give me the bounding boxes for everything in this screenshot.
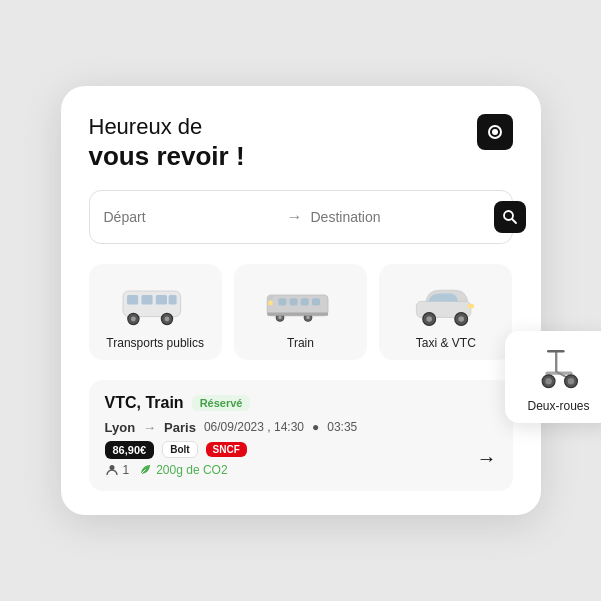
svg-rect-13: [290, 298, 298, 305]
svg-point-20: [307, 316, 310, 319]
deux-roues-label: Deux-roues: [527, 399, 589, 413]
greeting-bold: vous revoir !: [89, 141, 245, 172]
search-icon: [502, 209, 518, 225]
passenger-count: 1: [123, 463, 130, 477]
train-label: Train: [287, 336, 314, 350]
booking-route: Lyon → Paris 06/09/2023 , 14:30 ● 03:35: [105, 420, 497, 435]
search-bar[interactable]: →: [89, 190, 513, 244]
record-button[interactable]: [477, 114, 513, 150]
transport-card-bus[interactable]: Transports publics: [89, 264, 222, 360]
leaf-icon: [139, 463, 152, 476]
svg-rect-5: [156, 295, 167, 305]
greeting-light: Heureux de: [89, 114, 245, 140]
greeting: Heureux de vous revoir !: [89, 114, 245, 172]
booking-header: VTC, Train Réservé: [105, 394, 497, 412]
transport-card-taxi[interactable]: Taxi & VTC: [379, 264, 512, 360]
search-direction-arrow: →: [287, 208, 303, 226]
booking-to: Paris: [164, 420, 196, 435]
svg-rect-12: [279, 298, 287, 305]
booking-route-arrow: →: [143, 420, 156, 435]
booking-footer: 86,90€ Bolt SNCF 1: [105, 441, 497, 477]
svg-rect-6: [169, 295, 177, 305]
svg-rect-29: [555, 350, 557, 372]
bolt-badge: Bolt: [162, 441, 197, 458]
svg-rect-30: [547, 350, 565, 352]
svg-rect-21: [268, 312, 329, 315]
person-icon: [105, 463, 119, 477]
transport-grid: Transports publics: [89, 264, 513, 360]
bus-image: [119, 278, 191, 328]
booking-meta: 86,90€ Bolt SNCF: [105, 441, 247, 459]
booking-clock-icon: ●: [312, 420, 319, 434]
train-image: [264, 278, 336, 328]
booking-chevron[interactable]: →: [477, 447, 497, 470]
app-wrapper: Heureux de vous revoir ! →: [61, 86, 541, 515]
svg-rect-4: [142, 295, 153, 305]
transport-card-train[interactable]: Train: [234, 264, 367, 360]
svg-point-34: [545, 378, 551, 384]
booking-card[interactable]: VTC, Train Réservé Lyon → Paris 06/09/20…: [89, 380, 513, 491]
taxi-image: [410, 278, 482, 328]
scooter-image: [527, 345, 591, 391]
main-card: Heureux de vous revoir ! →: [61, 86, 541, 515]
svg-rect-3: [127, 295, 138, 305]
co2-text: 200g de CO2: [156, 463, 227, 477]
passenger-item: 1: [105, 463, 130, 477]
booking-title: VTC, Train: [105, 394, 184, 412]
co2-item: 200g de CO2: [139, 463, 227, 477]
record-dot: [492, 129, 498, 135]
destination-input[interactable]: [311, 209, 486, 225]
svg-rect-14: [301, 298, 309, 305]
sncf-badge: SNCF: [206, 442, 247, 457]
svg-point-26: [458, 316, 464, 322]
booking-from: Lyon: [105, 420, 136, 435]
svg-point-8: [131, 316, 136, 321]
svg-rect-15: [312, 298, 320, 305]
booking-meta-container: 86,90€ Bolt SNCF 1: [105, 441, 247, 477]
svg-point-24: [426, 316, 432, 322]
depart-input[interactable]: [104, 209, 279, 225]
bus-label: Transports publics: [106, 336, 204, 350]
svg-line-1: [512, 219, 516, 223]
search-button[interactable]: [494, 201, 526, 233]
svg-point-28: [109, 465, 114, 470]
svg-point-36: [567, 378, 573, 384]
svg-point-27: [467, 304, 473, 309]
booking-price: 86,90€: [105, 441, 155, 459]
svg-point-18: [279, 316, 282, 319]
bolt-label: Bolt: [170, 444, 189, 455]
header-row: Heureux de vous revoir !: [89, 114, 513, 172]
taxi-label: Taxi & VTC: [416, 336, 476, 350]
passengers-row: 1 200g de CO2: [105, 463, 247, 477]
booking-badge: Réservé: [192, 395, 251, 411]
booking-duration: 03:35: [327, 420, 357, 434]
booking-date: 06/09/2023 , 14:30: [204, 420, 304, 434]
svg-point-16: [268, 300, 273, 305]
floating-transport-card[interactable]: Deux-roues: [505, 331, 602, 423]
svg-point-10: [165, 316, 170, 321]
record-icon: [488, 125, 502, 139]
